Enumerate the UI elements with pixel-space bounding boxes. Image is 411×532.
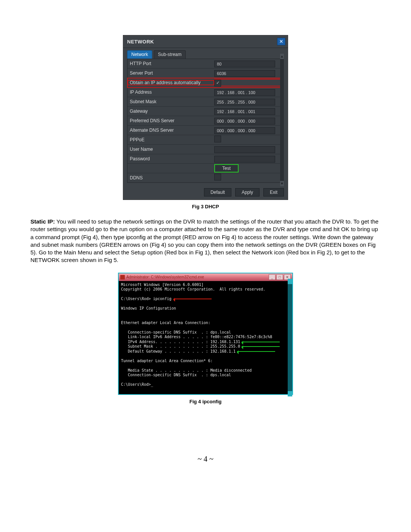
input-ip-address[interactable]: [214, 89, 275, 96]
scroll-down-icon[interactable]: ▼: [280, 181, 284, 186]
dialog-scrollbar[interactable]: ▲ ▼: [280, 54, 284, 186]
input-password[interactable]: [214, 156, 275, 163]
cmd-line: Tunnel adapter Local Area Connection* 6:: [121, 359, 213, 363]
label-http-port: HTTP Port: [127, 61, 214, 66]
scroll-thumb[interactable]: [288, 279, 292, 284]
cmd-window: Administrator: C:\Windows\system32\cmd.e…: [118, 273, 293, 395]
close-icon[interactable]: ✕: [277, 38, 285, 45]
cmd-line-ipconfig: C:\Users\Rod> ipconfig: [121, 297, 171, 301]
test-button[interactable]: Test: [214, 164, 239, 173]
input-server-port[interactable]: [214, 70, 275, 77]
apply-button[interactable]: Apply: [235, 188, 260, 197]
body-paragraph: Static IP: You will need to setup the ne…: [30, 218, 381, 264]
input-alt-dns[interactable]: [214, 127, 275, 134]
green-arrow-icon: [237, 351, 275, 352]
label-pppoe: PPPoE: [127, 137, 214, 142]
label-ddns: DDNS: [127, 175, 214, 181]
exit-button[interactable]: Exit: [263, 188, 284, 197]
dialog-titlebar: NETWORK ✕: [123, 35, 288, 48]
input-gateway[interactable]: [214, 108, 275, 115]
page-number: ~ 4 ~: [30, 455, 381, 463]
input-subnet[interactable]: [214, 99, 275, 105]
scroll-down-icon[interactable]: [288, 391, 292, 396]
tab-network[interactable]: Network: [127, 50, 152, 59]
fig3-caption: Fig 3 DHCP: [192, 204, 219, 209]
green-arrow-icon: [242, 342, 280, 342]
cmd-output: Microsoft Windows [Version 6.0.6001] Cop…: [119, 281, 292, 394]
minimize-icon[interactable]: _: [269, 274, 276, 280]
cmd-line: Connection-specific DNS Suffix . : dps.l…: [121, 330, 231, 334]
cmd-titlebar: Administrator: C:\Windows\system32\cmd.e…: [119, 273, 292, 281]
cmd-line: Ethernet adapter Local Area Connection:: [121, 321, 210, 325]
cmd-line: Windows IP Configuration: [121, 306, 176, 310]
label-ip-address: IP Address: [127, 89, 214, 95]
fig4-caption: Fig 4 ipconfig: [190, 399, 222, 404]
paragraph-heading: Static IP:: [30, 218, 56, 225]
cmd-line-gateway: Default Gateway . . . . . . . . . : 192.…: [121, 349, 236, 353]
label-gateway: Gateway: [127, 109, 214, 114]
dialog-button-bar: Default Apply Exit: [123, 186, 288, 200]
dialog-title: NETWORK: [127, 39, 154, 45]
scroll-up-icon[interactable]: ▲: [280, 54, 284, 59]
checkbox-auto-ip[interactable]: ✓: [214, 80, 221, 86]
label-password: Password: [127, 156, 214, 161]
label-auto-ip: Obtain an IP address automatically: [127, 80, 214, 85]
network-dialog: NETWORK ✕ Network Sub-stream HTTP Port S…: [123, 35, 288, 200]
tab-strip: Network Sub-stream: [123, 48, 288, 59]
paragraph-text: You will need to setup the network setti…: [30, 218, 379, 263]
cmd-line-prompt: C:\Users\Rod>_: [121, 382, 153, 387]
cmd-line-subnet: Subnet Mask . . . . . . . . . . . : 255.…: [121, 344, 240, 348]
input-user[interactable]: [214, 146, 275, 153]
cmd-app-icon: [120, 275, 125, 280]
label-server-port: Server Port: [127, 70, 214, 76]
green-arrow-icon: [242, 346, 280, 347]
red-arrow-icon: [174, 299, 212, 299]
cmd-line: Connection-specific DNS Suffix . : dps.l…: [121, 373, 231, 377]
cmd-line: Media State . . . . . . . . . . . : Medi…: [121, 368, 252, 372]
label-subnet: Subnet Mask: [127, 99, 214, 104]
cmd-line-ipv4: IPv4 Address. . . . . . . . . . . : 192.…: [121, 340, 240, 344]
cmd-line: Microsoft Windows [Version 6.0.6001]: [121, 283, 204, 287]
label-user: User Name: [127, 147, 214, 152]
tab-substream[interactable]: Sub-stream: [154, 50, 186, 59]
input-pref-dns[interactable]: [214, 118, 275, 125]
checkbox-ddns[interactable]: [214, 174, 221, 181]
default-button[interactable]: Default: [204, 188, 231, 197]
cmd-line: Link-local IPv6 Address . . . . . : fe80…: [121, 335, 272, 339]
checkbox-pppoe[interactable]: [214, 136, 221, 142]
cmd-line: Copyright (c) 2006 Microsoft Corporation…: [121, 287, 265, 291]
maximize-icon[interactable]: □: [276, 274, 283, 280]
cmd-scrollbar[interactable]: [288, 279, 292, 396]
label-pref-dns: Preferred DNS Server: [127, 118, 214, 123]
cmd-title-text: Administrator: C:\Windows\system32\cmd.e…: [126, 275, 204, 279]
label-alt-dns: Alternate DNS Server: [127, 128, 214, 133]
input-http-port[interactable]: [214, 61, 275, 67]
network-form: HTTP Port Server Port Obtain an IP addre…: [127, 59, 284, 183]
